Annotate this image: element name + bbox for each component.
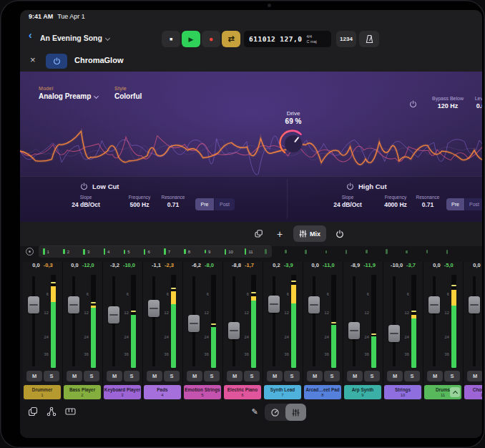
low-cut-slope-value[interactable]: 24 dB/Oct	[63, 201, 109, 208]
mix-button[interactable]: Mix	[293, 225, 326, 242]
track-overview[interactable]: 1234567891011	[39, 246, 462, 257]
high-cut-resonance-value[interactable]: 0.71	[405, 201, 451, 208]
fader-handle[interactable]	[308, 296, 320, 313]
track-label[interactable]: Strings 10	[384, 385, 421, 399]
fader-track[interactable]	[188, 275, 200, 368]
overview-track[interactable]	[401, 246, 421, 257]
overview-track-6[interactable]: 6	[139, 246, 160, 257]
track-label[interactable]: Chorus V 12	[464, 385, 482, 399]
fader-handle[interactable]	[388, 325, 400, 342]
bypass-power-icon[interactable]	[409, 100, 417, 108]
solo-button[interactable]: S	[84, 371, 99, 381]
fader-track[interactable]	[108, 275, 119, 368]
mute-button[interactable]: M	[307, 371, 323, 381]
track-label[interactable]: Drummer 1	[24, 385, 61, 399]
mute-button[interactable]: M	[347, 371, 363, 381]
solo-button[interactable]: S	[124, 371, 139, 381]
fader-track[interactable]	[308, 275, 320, 368]
track-label[interactable]: Keyboard Player 3	[104, 385, 141, 399]
fader-handle[interactable]	[188, 315, 200, 332]
solo-button[interactable]: S	[244, 371, 260, 381]
overview-track-8[interactable]: 8	[180, 246, 200, 257]
keyboard-button[interactable]	[63, 404, 77, 419]
fader-track[interactable]	[428, 275, 440, 368]
mute-button[interactable]: M	[227, 371, 242, 381]
mute-button[interactable]: M	[107, 371, 122, 381]
solo-button[interactable]: S	[164, 371, 180, 381]
track-label[interactable]: Drums 11	[424, 385, 461, 399]
high-cut-pre-button[interactable]: Pre	[446, 198, 464, 210]
fader-track[interactable]	[268, 275, 280, 368]
fader-track[interactable]	[469, 275, 480, 368]
solo-button[interactable]: S	[324, 371, 340, 381]
overview-track[interactable]	[381, 246, 401, 257]
mute-button[interactable]: M	[387, 371, 403, 381]
track-label[interactable]: Emotion Strings 5	[184, 385, 221, 399]
edit-button[interactable]: ✎	[248, 404, 262, 419]
plugin-power-button[interactable]	[46, 54, 67, 69]
count-in-button[interactable]: 1234	[336, 31, 356, 47]
level-control[interactable]: Level 0.0	[462, 96, 482, 109]
solo-button[interactable]: S	[284, 371, 300, 381]
song-title-menu[interactable]: An Evening Song	[40, 34, 109, 42]
track-label[interactable]: Bass Player 2	[64, 385, 101, 399]
fader-track[interactable]	[148, 275, 160, 368]
overview-track[interactable]	[300, 246, 320, 257]
low-cut-resonance-value[interactable]: 0.71	[150, 201, 196, 208]
routing-button[interactable]	[44, 404, 59, 419]
mute-button[interactable]: M	[187, 371, 202, 381]
solo-button[interactable]: S	[444, 371, 460, 381]
overview-track-9[interactable]: 9	[200, 246, 220, 257]
overview-track-10[interactable]: 10	[220, 246, 240, 257]
track-label[interactable]: Arp Synth 9	[344, 385, 381, 399]
fader-track[interactable]	[68, 275, 79, 368]
low-cut-post-button[interactable]: Post	[215, 198, 235, 210]
mute-button[interactable]: M	[467, 371, 482, 381]
expand-track-button[interactable]	[450, 387, 460, 397]
fader-track[interactable]	[388, 275, 400, 368]
overview-track[interactable]	[341, 246, 361, 257]
cycle-button[interactable]: ⇄	[222, 31, 240, 47]
faders-view-button[interactable]	[285, 404, 306, 421]
overview-track[interactable]	[321, 246, 341, 257]
library-button[interactable]	[26, 404, 40, 419]
fader-handle[interactable]	[268, 296, 280, 313]
overview-track-3[interactable]: 3	[79, 246, 99, 257]
overview-track[interactable]	[422, 246, 442, 257]
fader-handle[interactable]	[68, 296, 79, 313]
mute-button[interactable]: M	[267, 371, 283, 381]
mute-button[interactable]: M	[427, 371, 443, 381]
close-plugin-button[interactable]: ×	[30, 54, 36, 66]
track-label[interactable]: Arcad…eet Pad 8	[304, 385, 341, 399]
lcd-display[interactable]: 611012 127,0 4/4C maj	[244, 31, 331, 47]
stop-button[interactable]: ■	[162, 31, 180, 47]
high-cut-slope-value[interactable]: 24 dB/Oct	[325, 201, 371, 208]
track-label[interactable]: Pads 4	[144, 385, 181, 399]
fader-handle[interactable]	[148, 300, 160, 317]
overview-track[interactable]	[280, 246, 300, 257]
solo-button[interactable]: S	[404, 371, 420, 381]
mute-button[interactable]: M	[26, 371, 42, 381]
overview-track-5[interactable]: 5	[119, 246, 139, 257]
overview-track-4[interactable]: 4	[99, 246, 119, 257]
model-selector[interactable]: Model Analog Preamp	[39, 86, 98, 100]
drive-knob[interactable]	[279, 130, 308, 158]
solo-button[interactable]: S	[364, 371, 380, 381]
fader-handle[interactable]	[428, 296, 440, 313]
style-selector[interactable]: Style Colorful	[114, 86, 142, 100]
solo-button[interactable]: S	[44, 371, 59, 381]
low-cut-pre-button[interactable]: Pre	[195, 198, 214, 210]
fader-track[interactable]	[228, 275, 240, 368]
mixer-power-button[interactable]	[330, 225, 349, 242]
high-cut-power-icon[interactable]	[346, 182, 354, 190]
overview-track[interactable]	[361, 246, 381, 257]
record-button[interactable]: ●	[202, 31, 220, 47]
high-cut-post-button[interactable]: Post	[465, 198, 482, 210]
fader-handle[interactable]	[348, 322, 360, 339]
add-track-button[interactable]: +	[270, 225, 289, 242]
fader-track[interactable]	[28, 275, 39, 368]
track-label[interactable]: Synth Lead 7	[264, 385, 301, 399]
overview-track-1[interactable]: 1	[39, 246, 59, 257]
mute-button[interactable]: M	[147, 371, 162, 381]
fader-track[interactable]	[348, 275, 360, 368]
